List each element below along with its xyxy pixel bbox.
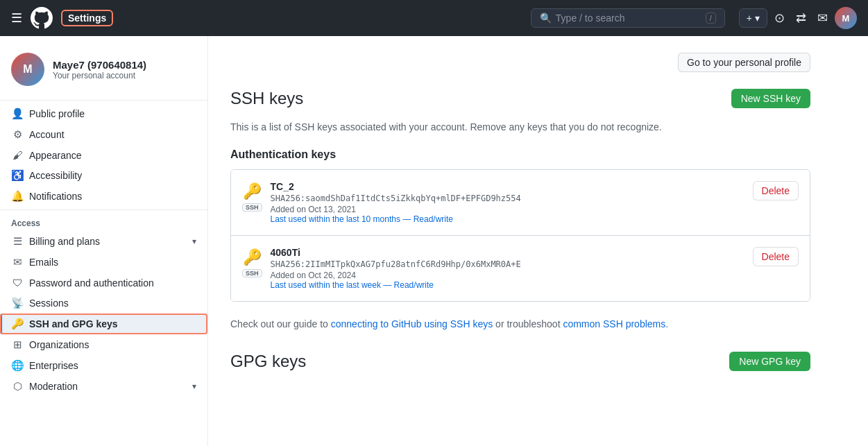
sidebar-item-moderation[interactable]: ⬡ Moderation ▾ bbox=[0, 376, 207, 397]
key-actions-2: Delete bbox=[753, 247, 799, 266]
key-icon: 🔑 bbox=[11, 318, 24, 330]
sidebar-item-label: Sessions bbox=[29, 298, 69, 309]
sidebar-item-password[interactable]: 🛡 Password and authentication bbox=[0, 273, 207, 293]
key-icon-wrap-1: 🔑 SSH bbox=[242, 182, 262, 212]
sidebar-item-label: Moderation bbox=[29, 381, 78, 392]
page-title: SSH keys bbox=[230, 89, 303, 108]
auth-keys-section-title: Authentication keys bbox=[230, 148, 810, 161]
sidebar-divider-2 bbox=[0, 209, 207, 210]
sidebar-item-label: Emails bbox=[29, 257, 58, 268]
sidebar-item-sessions[interactable]: 📡 Sessions bbox=[0, 293, 207, 314]
go-to-profile-button[interactable]: Go to your personal profile bbox=[678, 53, 810, 72]
sidebar-divider-1 bbox=[0, 100, 207, 101]
ssh-keys-list: 🔑 SSH TC_2 SHA256:saomdShDaf1ItdCts5iZkk… bbox=[230, 169, 810, 302]
new-ssh-key-button[interactable]: New SSH key bbox=[731, 89, 810, 108]
footer-link-ssh-problems[interactable]: common SSH problems bbox=[563, 318, 665, 329]
hamburger-icon[interactable]: ☰ bbox=[11, 10, 22, 26]
footer-text: Check out our guide to connecting to Git… bbox=[230, 318, 810, 329]
sidebar-subtitle: Your personal account bbox=[53, 71, 146, 80]
search-bar[interactable]: 🔍 Type / to search / bbox=[531, 8, 725, 28]
ssh-key-item-2: 🔑 SSH 4060Ti SHA256:2IImMITpkQxAG7pfu28a… bbox=[231, 235, 810, 301]
billing-icon: ☰ bbox=[11, 235, 24, 248]
bell-icon: 🔔 bbox=[11, 190, 24, 203]
footer-text-end: . bbox=[665, 318, 668, 329]
settings-label: Settings bbox=[61, 10, 113, 26]
delete-key-1-button[interactable]: Delete bbox=[753, 181, 799, 200]
person-icon: 👤 bbox=[11, 108, 24, 120]
key-details-2: 4060Ti SHA256:2IImMITpkQxAG7pfu28atnfC6R… bbox=[271, 247, 744, 290]
delete-key-2-button[interactable]: Delete bbox=[753, 247, 799, 266]
sidebar-user-section: M Maye7 (970640814) Your personal accoun… bbox=[0, 47, 207, 97]
key-added-1: Added on Oct 13, 2021 bbox=[271, 205, 744, 214]
gpg-section-header: GPG keys New GPG key bbox=[230, 352, 810, 371]
globe-icon: 🌐 bbox=[11, 359, 24, 372]
sidebar-item-label: SSH and GPG keys bbox=[29, 318, 118, 329]
gpg-title: GPG keys bbox=[230, 352, 306, 371]
chevron-down-icon: ▾ bbox=[192, 237, 196, 246]
pull-requests-icon-button[interactable]: ⇄ bbox=[792, 6, 810, 30]
sidebar-item-organizations[interactable]: ⊞ Organizations bbox=[0, 334, 207, 355]
sidebar-item-ssh-gpg[interactable]: 🔑 SSH and GPG keys bbox=[0, 314, 207, 334]
paintbrush-icon: 🖌 bbox=[11, 149, 24, 161]
mail-icon: ✉ bbox=[11, 256, 24, 268]
sidebar-item-enterprises[interactable]: 🌐 Enterprises bbox=[0, 355, 207, 376]
key-icon-2: 🔑 bbox=[243, 248, 262, 266]
sidebar-item-billing[interactable]: ☰ Billing and plans ▾ bbox=[0, 231, 207, 252]
sidebar-item-label: Appearance bbox=[29, 150, 82, 161]
user-avatar[interactable]: M bbox=[835, 7, 857, 29]
gear-icon: ⚙ bbox=[11, 128, 24, 141]
page-layout: M Maye7 (970640814) Your personal accoun… bbox=[0, 36, 868, 446]
footer-link-ssh-guide[interactable]: connecting to GitHub using SSH keys bbox=[331, 318, 493, 329]
moderation-icon: ⬡ bbox=[11, 380, 24, 393]
topnav: ☰ Settings 🔍 Type / to search / + ▾ ⊙ ⇄ … bbox=[0, 0, 868, 36]
page-header: SSH keys New SSH key bbox=[230, 89, 810, 108]
sidebar-item-label: Account bbox=[29, 129, 65, 140]
create-new-button[interactable]: + ▾ bbox=[739, 8, 767, 28]
footer-text-pre: Check out our guide to bbox=[230, 318, 331, 329]
profile-btn-wrap: Go to your personal profile bbox=[230, 53, 810, 72]
search-icon: 🔍 bbox=[540, 12, 552, 24]
sessions-icon: 📡 bbox=[11, 297, 24, 309]
sidebar-item-emails[interactable]: ✉ Emails bbox=[0, 252, 207, 273]
search-kbd: / bbox=[706, 12, 716, 24]
key-name-1: TC_2 bbox=[271, 181, 744, 192]
topnav-actions: + ▾ ⊙ ⇄ ✉ M bbox=[739, 6, 857, 30]
sidebar-item-appearance[interactable]: 🖌 Appearance bbox=[0, 145, 207, 165]
key-sha-2: SHA256:2IImMITpkQxAG7pfu28atnfC6Rd9Hhp/0… bbox=[271, 259, 744, 269]
sidebar-item-accessibility[interactable]: ♿ Accessibility bbox=[0, 165, 207, 186]
key-icon-1: 🔑 bbox=[243, 182, 262, 200]
accessibility-icon: ♿ bbox=[11, 169, 24, 182]
key-used-1: Last used within the last 10 months — Re… bbox=[271, 214, 744, 224]
sidebar: M Maye7 (970640814) Your personal accoun… bbox=[0, 36, 208, 446]
key-used-2: Last used within the last week — Read/wr… bbox=[271, 280, 744, 290]
sidebar-item-public-profile[interactable]: 👤 Public profile bbox=[0, 103, 207, 124]
key-actions-1: Delete bbox=[753, 181, 799, 200]
footer-text-mid: or troubleshoot bbox=[493, 318, 563, 329]
new-gpg-key-button[interactable]: New GPG key bbox=[729, 352, 810, 371]
key-sha-1: SHA256:saomdShDaf1ItdCts5iZkkqbYq+mlDF+E… bbox=[271, 194, 744, 203]
info-text: This is a list of SSH keys associated wi… bbox=[230, 119, 810, 135]
main-content: Go to your personal profile SSH keys New… bbox=[208, 36, 833, 446]
chevron-down-icon-moderation: ▾ bbox=[192, 381, 196, 391]
sidebar-item-label: Public profile bbox=[29, 108, 85, 119]
key-icon-wrap-2: 🔑 SSH bbox=[242, 248, 262, 277]
sidebar-item-label: Billing and plans bbox=[29, 236, 100, 247]
sidebar-username: Maye7 (970640814) bbox=[53, 59, 146, 71]
sidebar-item-label: Enterprises bbox=[29, 360, 78, 371]
sidebar-item-label: Accessibility bbox=[29, 170, 82, 181]
shield-icon: 🛡 bbox=[11, 277, 24, 289]
sidebar-item-label: Notifications bbox=[29, 191, 82, 202]
github-logo[interactable] bbox=[31, 7, 53, 29]
sidebar-item-label: Organizations bbox=[29, 339, 89, 350]
chevron-down-icon: ▾ bbox=[755, 12, 760, 24]
access-section-label: Access bbox=[0, 213, 207, 231]
org-icon: ⊞ bbox=[11, 338, 24, 351]
issues-icon-button[interactable]: ⊙ bbox=[770, 6, 789, 30]
key-name-2: 4060Ti bbox=[271, 247, 744, 258]
sidebar-item-account[interactable]: ⚙ Account bbox=[0, 124, 207, 145]
search-placeholder: Type / to search bbox=[556, 12, 701, 24]
inbox-icon-button[interactable]: ✉ bbox=[813, 6, 832, 30]
sidebar-avatar: M bbox=[11, 53, 44, 86]
key-badge-2: SSH bbox=[242, 269, 262, 277]
sidebar-item-notifications[interactable]: 🔔 Notifications bbox=[0, 186, 207, 207]
